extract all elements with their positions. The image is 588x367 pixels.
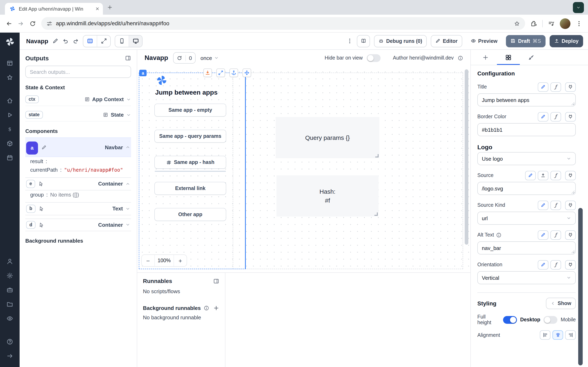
preview-tab-button[interactable]: Preview: [466, 35, 502, 47]
forward-button[interactable]: [17, 20, 24, 27]
source-kind-select[interactable]: url: [477, 212, 576, 225]
collapse-panel-icon[interactable]: [213, 278, 219, 284]
chevron-down-icon[interactable]: [126, 97, 131, 102]
eval-js-button[interactable]: ƒ: [550, 82, 561, 92]
component-id-badge[interactable]: d: [26, 221, 35, 229]
anchor-handle[interactable]: [229, 68, 238, 77]
connect-input-button[interactable]: [565, 82, 576, 92]
component-row-container-d[interactable]: d Container: [25, 218, 131, 231]
hash-box[interactable]: Hash: #f: [277, 175, 379, 217]
align-start-button[interactable]: [540, 330, 550, 340]
sidebar-item-resources[interactable]: [7, 136, 13, 150]
sidebar-item-settings[interactable]: [7, 268, 13, 283]
sidebar-item-apps[interactable]: [7, 56, 13, 70]
static-edit-button[interactable]: [525, 171, 536, 180]
sidebar-item-workers[interactable]: [7, 283, 13, 297]
canvas-scrollbar[interactable]: [465, 69, 468, 245]
app-canvas[interactable]: a Jump between apps Same app - empty Sam…: [137, 66, 470, 272]
eval-js-button[interactable]: ƒ: [550, 260, 561, 269]
search-outputs-input[interactable]: [25, 66, 131, 78]
eval-js-button[interactable]: ƒ: [550, 200, 561, 210]
refresh-control[interactable]: 0: [173, 52, 196, 64]
panel-scrollbar[interactable]: [578, 68, 583, 365]
static-edit-button[interactable]: [538, 260, 548, 269]
output-row-result[interactable]: result:: [25, 157, 131, 166]
border-color-input[interactable]: [477, 123, 576, 136]
reload-button[interactable]: [29, 20, 36, 27]
pencil-icon[interactable]: [41, 145, 47, 150]
chevron-up-icon[interactable]: [125, 145, 130, 150]
use-logo-select[interactable]: Use logo: [477, 152, 576, 165]
connect-input-button[interactable]: [565, 112, 576, 121]
static-edit-button[interactable]: [538, 230, 548, 240]
docs-button[interactable]: [357, 35, 370, 47]
browser-menu-icon[interactable]: [576, 20, 582, 27]
chevron-down-icon[interactable]: [125, 206, 130, 211]
sidebar-item-folders[interactable]: [7, 297, 13, 311]
profile-avatar[interactable]: [560, 18, 571, 29]
source-input[interactable]: [477, 182, 576, 195]
navbar-logo-icon[interactable]: [156, 74, 168, 86]
refresh-icon[interactable]: [173, 55, 185, 60]
insert-handle[interactable]: [203, 68, 212, 77]
tab-global-styling[interactable]: [520, 50, 543, 65]
windmill-logo-icon[interactable]: [5, 37, 15, 47]
static-edit-button[interactable]: [538, 82, 548, 92]
alt-text-input[interactable]: [477, 242, 576, 254]
nav-button-same-app-empty[interactable]: Same app - empty: [155, 104, 226, 116]
add-background-runnable-button[interactable]: [213, 305, 219, 311]
desktop-view-button[interactable]: [129, 35, 142, 47]
zoom-out-button[interactable]: −: [142, 255, 154, 266]
tab-component-settings[interactable]: [497, 50, 520, 65]
eval-js-button[interactable]: ƒ: [550, 171, 561, 180]
move-handle[interactable]: [242, 68, 251, 77]
chevron-down-icon[interactable]: [126, 112, 131, 117]
connect-input-button[interactable]: [565, 200, 576, 210]
run-mode-dropdown[interactable]: once: [200, 55, 219, 61]
output-row-group[interactable]: group: No items ([]): [25, 191, 131, 199]
chevron-down-icon[interactable]: [125, 222, 130, 227]
save-draft-button[interactable]: Draft ⌘S: [506, 35, 545, 47]
extensions-icon[interactable]: [530, 20, 537, 27]
component-id-badge[interactable]: b: [26, 205, 35, 213]
static-edit-button[interactable]: [538, 200, 548, 210]
scrollbar-thumb[interactable]: [578, 208, 583, 365]
undo-button[interactable]: [62, 38, 69, 44]
more-menu-icon[interactable]: [347, 38, 353, 44]
new-tab-button[interactable]: [107, 4, 113, 10]
selected-component-badge[interactable]: a: [139, 70, 147, 76]
connect-input-button[interactable]: [565, 230, 576, 240]
site-settings-icon[interactable]: [47, 21, 52, 26]
connect-input-button[interactable]: [565, 171, 576, 180]
nav-button-hash[interactable]: Same app - hash: [155, 156, 226, 168]
ctx-row[interactable]: ctx App Context: [25, 93, 131, 106]
tab-insert-component[interactable]: [474, 50, 497, 65]
chevron-up-icon[interactable]: [125, 182, 130, 186]
tab-close-icon[interactable]: [95, 7, 100, 11]
mobile-view-button[interactable]: [115, 35, 129, 47]
component-id-badge[interactable]: a: [26, 142, 38, 155]
sidebar-item-users[interactable]: [7, 254, 13, 268]
deploy-button[interactable]: Deploy: [550, 35, 583, 47]
eval-js-button[interactable]: ƒ: [550, 230, 561, 240]
media-controls-icon[interactable]: [548, 20, 554, 27]
nav-button-query-params[interactable]: Same app - query params: [155, 130, 226, 142]
sidebar-item-schedules[interactable]: [7, 150, 13, 165]
fullscreen-button[interactable]: [97, 35, 110, 47]
title-input[interactable]: [477, 93, 576, 106]
sidebar-item-audit-logs[interactable]: [7, 311, 13, 325]
sidebar-item-runs[interactable]: [7, 108, 13, 122]
browser-tab[interactable]: Edit App u/henri/navapp | Win: [5, 3, 103, 15]
collapse-panel-icon[interactable]: [125, 55, 131, 61]
sidebar-item-favorites[interactable]: [7, 70, 13, 84]
align-center-button[interactable]: [553, 330, 563, 340]
resize-handle[interactable]: [375, 154, 379, 157]
sidebar-item-help[interactable]: [7, 334, 13, 349]
debug-runs-button[interactable]: Debug runs (0): [374, 35, 426, 47]
sidebar-item-home[interactable]: [7, 93, 13, 108]
resize-handle[interactable]: [374, 212, 378, 216]
query-params-box[interactable]: Query params {}: [276, 117, 379, 158]
edit-app-name-icon[interactable]: [52, 38, 58, 44]
component-row-text-b[interactable]: b Text: [25, 202, 131, 215]
expand-handle[interactable]: [216, 68, 225, 77]
